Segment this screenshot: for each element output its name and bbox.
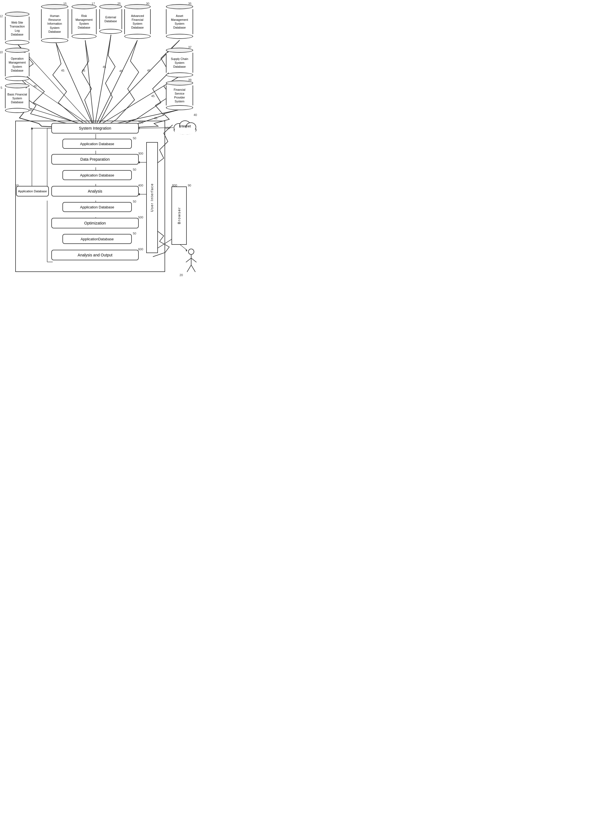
cyl-body: RiskManagementSystemDatabase: [72, 9, 97, 34]
num-45-2: 45: [33, 85, 37, 88]
cyl-bottom: [72, 34, 97, 39]
num-500: 500: [138, 215, 143, 219]
num-50-4: 50: [133, 232, 136, 235]
svg-point-48: [186, 128, 195, 133]
svg-line-6: [94, 40, 137, 128]
num-45-10: 45: [154, 117, 157, 120]
optimization-label: Optimization: [84, 221, 106, 225]
cyl-bottom: [124, 34, 151, 39]
app-db-4-box: ApplicationDatabase 50: [62, 234, 132, 244]
app-db-1-box: Application Database 50: [62, 139, 132, 149]
app-db-3-box: Application Database 50: [62, 202, 132, 212]
db-web-site: 12 Web SiteTransactionLogDatabase: [5, 12, 29, 45]
db-asset-mgmt: 35 AssetManagementSystemDatabase: [166, 4, 193, 39]
svg-line-4: [85, 40, 94, 128]
num-400: 400: [138, 184, 143, 187]
person-svg: [184, 248, 199, 276]
num-50-left: 50: [15, 184, 19, 187]
person-figure: 20: [184, 248, 199, 276]
num-90: 90: [188, 184, 191, 187]
svg-line-54: [191, 265, 195, 272]
diagram: 45 45 45 45 45 45 45 45 45 45 100 45 45 …: [0, 0, 205, 280]
browser-box: Browser 800 90: [172, 186, 187, 245]
db-financial-service: 39 FinancialServiceProviderSystem: [166, 81, 193, 110]
num-45-9: 45: [151, 94, 154, 98]
svg-line-52: [191, 258, 197, 262]
cyl-top: [41, 4, 68, 9]
cyl-body: HumanResourceInformationSystemDatabase: [41, 9, 68, 38]
num-50-3: 50: [133, 200, 136, 203]
app-db-4-label: ApplicationDatabase: [81, 237, 113, 241]
svg-line-5: [94, 35, 111, 128]
num-100: 100: [165, 126, 170, 130]
num-45-7: 45: [119, 69, 123, 73]
analysis-output-box: Analysis and Output 600: [51, 250, 139, 260]
cyl-body: Basic FinancialSystemDatabase: [5, 88, 29, 108]
num-600: 600: [138, 248, 143, 251]
db-basic-financial: 5 Basic FinancialSystemDatabase: [5, 83, 29, 113]
cyl-bottom: [41, 38, 68, 43]
internet-label: Internet: [172, 124, 198, 128]
app-db-3-label: Application Database: [80, 205, 114, 209]
svg-point-49: [188, 249, 194, 255]
db-external: 25 ExternalDatabase: [99, 4, 122, 34]
analysis-label: Analysis: [88, 189, 102, 194]
app-db-1-label: Application Database: [80, 142, 114, 146]
cyl-body: Web SiteTransactionLogDatabase: [5, 17, 29, 40]
num-800: 800: [172, 184, 177, 187]
cyl-bottom: [5, 40, 29, 45]
cyl-bottom: [99, 29, 122, 34]
cyl-body: AdvancedFinancialSystemDatabase: [124, 9, 151, 34]
left-app-db-label: Application Database: [18, 189, 47, 193]
cyl-body: ExternalDatabase: [99, 9, 122, 29]
num-50-1: 50: [133, 136, 136, 140]
num-45-5: 45: [82, 69, 85, 72]
cyl-top: [166, 4, 193, 9]
svg-point-47: [175, 128, 183, 133]
num-40: 40: [194, 113, 197, 117]
cyl-bottom: [5, 108, 29, 113]
num-10: 10: [0, 50, 3, 54]
num-50-2: 50: [133, 168, 136, 171]
cyl-bottom: [5, 76, 29, 81]
num-5: 5: [0, 86, 2, 89]
db-supply-chain: 37 Supply ChainSystemDatabase: [166, 48, 193, 78]
internet-cloud: Internet 40: [172, 116, 198, 135]
cyl-body: AssetManagementSystemDatabase: [166, 9, 193, 34]
analysis-box: Analysis 400: [51, 186, 139, 196]
data-prep-box: Data Preparation 300: [51, 154, 139, 164]
cyl-body: Supply ChainSystemDatabase: [166, 53, 193, 73]
db-advanced-financial: 30 AdvancedFinancialSystemDatabase: [124, 4, 151, 39]
num-300: 300: [138, 152, 143, 155]
data-prep-label: Data Preparation: [81, 157, 110, 161]
db-risk-mgmt: 17 RiskManagementSystemDatabase: [72, 4, 97, 39]
cyl-top: [5, 48, 29, 53]
user-interface-box: User Interface: [146, 142, 158, 253]
cyl-bottom: [166, 34, 193, 39]
num-45-6: 45: [103, 65, 106, 69]
db-human-resource: 15 HumanResourceInformationSystemDatabas…: [41, 4, 68, 43]
analysis-output-label: Analysis and Output: [78, 253, 112, 257]
num-12: 12: [0, 15, 3, 18]
db-operation-mgmt: 10 OperationManagementSystemDatabase: [5, 48, 29, 81]
left-app-db-box: Application Database 50: [16, 186, 49, 196]
num-45-4: 45: [61, 69, 65, 72]
browser-label: Browser: [177, 207, 181, 224]
cyl-top: [5, 12, 29, 17]
cyl-top: [166, 81, 193, 85]
num-45-3: 45: [29, 108, 32, 111]
system-integration-label: System Integration: [79, 126, 111, 130]
app-db-2-box: Application Database 50: [62, 170, 132, 180]
svg-line-3: [56, 43, 94, 128]
cyl-top: [99, 4, 122, 9]
cyl-bottom: [166, 105, 193, 110]
svg-line-51: [186, 258, 191, 262]
cyl-top: [5, 83, 29, 88]
cyl-bottom: [166, 72, 193, 78]
cyl-body: FinancialServiceProviderSystem: [166, 85, 193, 106]
cyl-top: [124, 4, 151, 9]
app-db-2-label: Application Database: [80, 173, 114, 177]
cyl-top: [166, 48, 193, 53]
cyl-top: [72, 4, 97, 9]
cyl-body: OperationManagementSystemDatabase: [5, 53, 29, 76]
